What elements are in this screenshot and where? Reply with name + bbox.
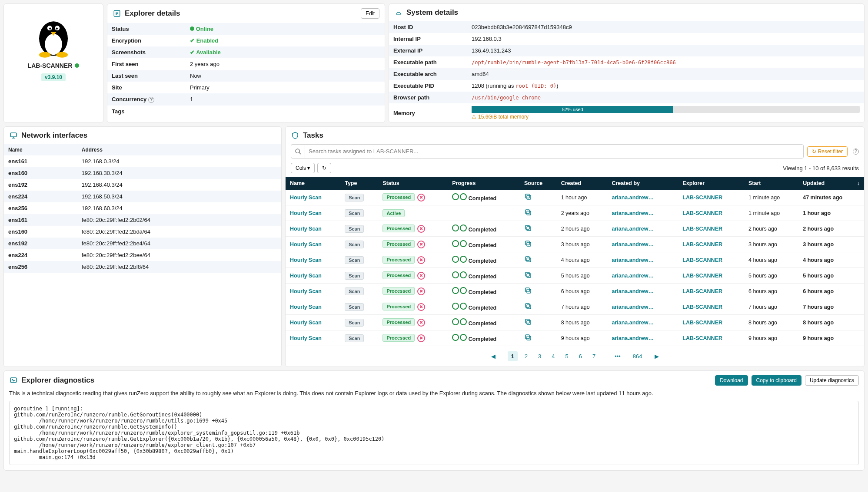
source-icon[interactable] [524, 224, 532, 232]
th-explorer[interactable]: Explorer [678, 177, 744, 190]
explorer-link[interactable]: LAB-SCANNER [682, 335, 722, 341]
explorer-link[interactable]: LAB-SCANNER [682, 241, 722, 248]
task-name-link[interactable]: Hourly Scan [290, 241, 322, 248]
th-status[interactable]: Status [378, 177, 448, 190]
pager-next[interactable]: ▶ [651, 351, 662, 361]
pager-page[interactable]: 5 [562, 351, 572, 361]
task-name-link[interactable]: Hourly Scan [290, 257, 322, 263]
pager-page[interactable]: 2 [521, 351, 531, 361]
task-name-link[interactable]: Hourly Scan [290, 195, 322, 201]
pager-page[interactable]: 1 [508, 351, 518, 361]
net-addr: fe80::20c:29ff:fed2:2be4/64 [77, 238, 281, 249]
net-addr: fe80::20c:29ff:fed2:2bda/64 [77, 226, 281, 238]
task-name-link[interactable]: Hourly Scan [290, 273, 322, 279]
creator-link[interactable]: ariana.andrewes@runzero [612, 304, 655, 310]
task-name-link[interactable]: Hourly Scan [290, 335, 322, 341]
pager-prev[interactable]: ◀ [488, 351, 499, 361]
help-icon[interactable]: ? [148, 97, 154, 103]
net-addr: 192.168.30.3/24 [77, 167, 281, 179]
reset-filter-button[interactable]: ↻ Reset filter [807, 146, 848, 157]
stop-icon[interactable]: ✖ [417, 319, 425, 327]
creator-link[interactable]: ariana.andrewes@runzero [612, 241, 655, 248]
pager-page[interactable]: 6 [575, 351, 585, 361]
creator-link[interactable]: ariana.andrewes@runzero [612, 335, 655, 341]
creator-link[interactable]: ariana.andrewes@runzero [612, 226, 655, 232]
svg-rect-19 [525, 257, 529, 261]
pager-page[interactable]: 7 [589, 351, 599, 361]
pid-key: Executable PID [389, 80, 467, 92]
cols-button[interactable]: Cols ▾ [291, 163, 315, 173]
download-button[interactable]: Download [715, 375, 748, 386]
creator-link[interactable]: ariana.andrewes@runzero [612, 210, 655, 216]
type-badge: Scan [345, 287, 364, 295]
creator-link[interactable]: ariana.andrewes@runzero [612, 257, 655, 263]
th-type[interactable]: Type [340, 177, 378, 190]
explorer-link[interactable]: LAB-SCANNER [682, 257, 722, 263]
creator-link[interactable]: ariana.andrewes@runzero [612, 288, 655, 294]
details-icon [113, 9, 121, 18]
explorer-link[interactable]: LAB-SCANNER [682, 288, 722, 294]
stop-icon[interactable]: ✖ [417, 272, 425, 280]
source-icon[interactable] [524, 334, 532, 341]
task-name-link[interactable]: Hourly Scan [290, 304, 322, 310]
creator-link[interactable]: ariana.andrewes@runzero [612, 320, 655, 326]
search-input[interactable] [305, 145, 803, 158]
th-createdby[interactable]: Created by [607, 177, 678, 190]
pager-page[interactable]: 3 [535, 351, 545, 361]
source-icon[interactable] [524, 271, 532, 279]
creator-link[interactable]: ariana.andrewes@runzero [612, 273, 655, 279]
source-icon[interactable] [524, 318, 532, 326]
th-name[interactable]: Name [286, 177, 340, 190]
task-name-link[interactable]: Hourly Scan [290, 210, 322, 216]
source-icon[interactable] [524, 193, 532, 201]
copy-button[interactable]: Copy to clipboard [752, 375, 801, 386]
screenshots-key: Screenshots [107, 46, 186, 58]
source-icon[interactable] [524, 208, 532, 216]
explorer-link[interactable]: LAB-SCANNER [682, 195, 722, 201]
svg-rect-29 [525, 335, 529, 339]
progress-circles [452, 225, 467, 231]
svg-point-10 [296, 149, 299, 153]
th-source[interactable]: Source [520, 177, 557, 190]
task-name-link[interactable]: Hourly Scan [290, 320, 322, 326]
net-addr: 192.168.40.3/24 [77, 179, 281, 191]
source-icon[interactable] [524, 302, 532, 310]
explorer-link[interactable]: LAB-SCANNER [682, 320, 722, 326]
concurrency-key: Concurrency? [107, 93, 186, 106]
stop-icon[interactable]: ✖ [417, 194, 425, 201]
refresh-button[interactable]: ↻ [317, 163, 331, 173]
concurrency-value: 1 [186, 93, 385, 106]
stop-icon[interactable]: ✖ [417, 334, 425, 342]
svg-rect-16 [527, 227, 531, 231]
hostid-key: Host ID [389, 21, 467, 33]
pager-page[interactable]: 4 [548, 351, 558, 361]
internalip-value: 192.168.0.3 [467, 33, 864, 45]
explorer-link[interactable]: LAB-SCANNER [682, 226, 722, 232]
stop-icon[interactable]: ✖ [417, 303, 425, 311]
creator-link[interactable]: ariana.andrewes@runzero [612, 195, 655, 201]
th-progress[interactable]: Progress [448, 177, 520, 190]
edit-button[interactable]: Edit [361, 8, 379, 19]
diagnostics-output[interactable]: goroutine 1 [running]: github.com/runZer… [9, 401, 859, 465]
th-start[interactable]: Start [744, 177, 798, 190]
update-diag-button[interactable]: Update diagnostics [805, 375, 859, 386]
th-updated[interactable]: Updated ↓ [798, 177, 864, 190]
task-name-link[interactable]: Hourly Scan [290, 288, 322, 294]
source-icon[interactable] [524, 255, 532, 263]
stop-icon[interactable]: ✖ [417, 241, 425, 248]
stop-icon[interactable]: ✖ [417, 256, 425, 264]
pager-last[interactable]: 864 [629, 351, 646, 361]
stop-icon[interactable]: ✖ [417, 287, 425, 295]
pager: ◀ 1234567 ••• 864 ▶ [286, 346, 864, 367]
task-name-link[interactable]: Hourly Scan [290, 226, 322, 232]
progress-circles [452, 240, 467, 247]
tasks-help-icon[interactable]: ? [853, 149, 859, 155]
explorer-link[interactable]: LAB-SCANNER [682, 210, 722, 216]
updated-cell: 1 hour ago [798, 205, 864, 221]
explorer-link[interactable]: LAB-SCANNER [682, 304, 722, 310]
explorer-link[interactable]: LAB-SCANNER [682, 273, 722, 279]
source-icon[interactable] [524, 240, 532, 248]
source-icon[interactable] [524, 287, 532, 294]
stop-icon[interactable]: ✖ [417, 225, 425, 233]
th-created[interactable]: Created [557, 177, 608, 190]
